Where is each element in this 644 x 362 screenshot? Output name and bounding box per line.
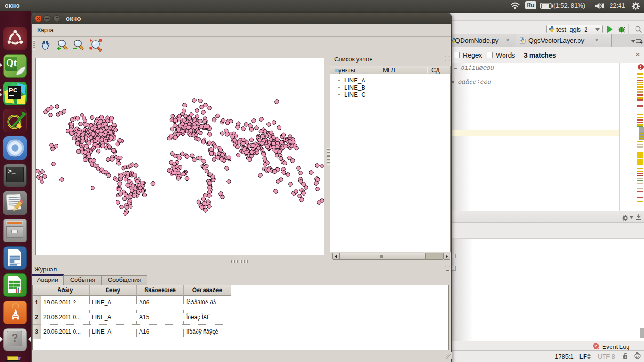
svg-text:2: 2	[594, 344, 597, 348]
